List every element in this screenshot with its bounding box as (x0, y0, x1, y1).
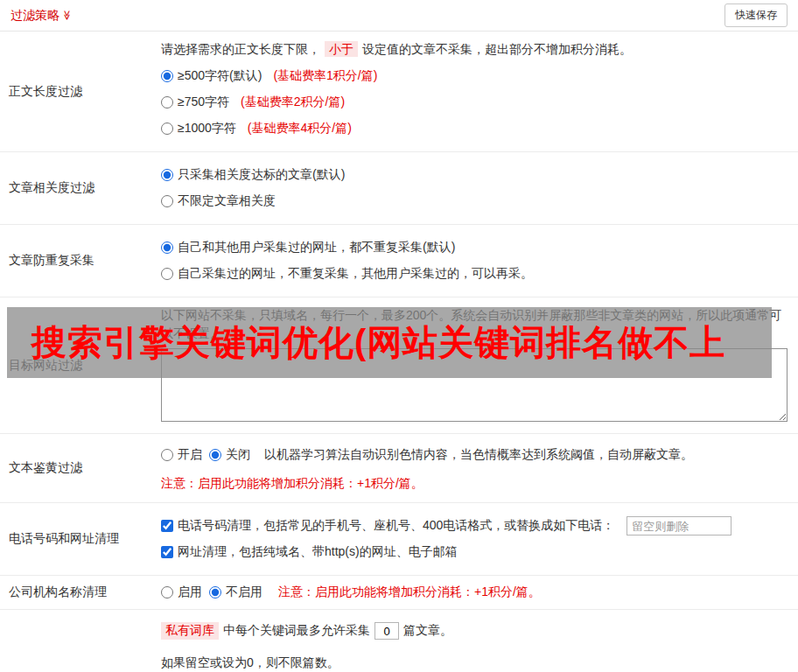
intro-highlight-less-than: 小于 (325, 41, 358, 57)
keyword-note-zero: 如果留空或设为0，则不限篇数。 (161, 651, 788, 672)
radio-relevance-only[interactable] (161, 169, 173, 181)
option-url-clean[interactable]: 网址清理，包括纯域名、带http(s)的网址、电子邮箱 (161, 544, 458, 560)
option-500-chars[interactable]: ≥500字符(默认) (161, 68, 262, 84)
option-1000-chars[interactable]: ≥1000字符 (161, 121, 236, 136)
radio-dedup-global[interactable] (161, 242, 173, 254)
radio-porn-off[interactable] (209, 449, 221, 461)
option-label: ≥500字符(默认) (178, 68, 262, 84)
private-lexicon-highlight: 私有词库 (161, 622, 219, 640)
row-porn-filter: 文本鉴黄过滤 开启 关闭 以机器学习算法自动识别色情内容，当色情概率达到系统阈值… (0, 434, 798, 503)
checkbox-phone-clean[interactable] (161, 520, 173, 532)
page-title[interactable]: 过滤策略 ≫ (10, 8, 73, 24)
option-phone-clean[interactable]: 电话号码清理，包括常见的手机号、座机号、400电话格式，或替换成如下电话： (161, 518, 614, 534)
option-label: 不启用 (226, 584, 262, 600)
option-porn-on[interactable]: 开启 (161, 447, 202, 463)
row-company-clean: 公司机构名称清理 启用 不启用 注意：启用此功能将增加积分消耗：+1积分/篇。 (0, 576, 798, 610)
option-label: 只采集相关度达标的文章(默认) (178, 167, 345, 183)
topbar: 过滤策略 ≫ 快速保存 (0, 0, 798, 32)
body-length-intro: 请选择需求的正文长度下限，小于设定值的文章不采集，超出部分不增加积分消耗。 (161, 40, 788, 59)
row-body-length-filter: 正文长度过滤 请选择需求的正文长度下限，小于设定值的文章不采集，超出部分不增加积… (0, 32, 798, 152)
porn-filter-description: 以机器学习算法自动识别色情内容，当色情概率达到系统阈值，自动屏蔽文章。 (264, 447, 693, 463)
option-label: 电话号码清理，包括常见的手机号、座机号、400电话格式，或替换成如下电话： (178, 518, 614, 534)
option-porn-off[interactable]: 关闭 (209, 447, 250, 463)
porn-filter-warning: 注意：启用此功能将增加积分消耗：+1积分/篇。 (161, 474, 788, 494)
radio-1000-chars[interactable] (161, 122, 173, 135)
row-label-keyword-dedup: 关键词防重复采集 (0, 610, 150, 672)
option-relevance-only[interactable]: 只采集相关度达标的文章(默认) (161, 167, 345, 183)
option-label: 自己采集过的网址，不重复采集，其他用户采集过的，可以再采。 (178, 266, 533, 282)
keyword-limit-suffix: 篇文章。 (403, 623, 452, 639)
keyword-limit-text: 中每个关键词最多允许采集 (223, 623, 370, 639)
row-label-company-clean: 公司机构名称清理 (0, 576, 150, 609)
option-label: 不限定文章相关度 (178, 193, 276, 209)
option-relevance-any[interactable]: 不限定文章相关度 (161, 193, 276, 209)
fee-note: (基础费率2积分/篇) (241, 94, 345, 110)
intro-text-pre: 请选择需求的正文长度下限， (161, 42, 320, 56)
option-750-chars[interactable]: ≥750字符 (161, 94, 229, 110)
checkbox-url-clean[interactable] (161, 546, 173, 558)
radio-750-chars[interactable] (161, 96, 173, 108)
row-label-relevance: 文章相关度过滤 (0, 152, 150, 224)
option-label: 自己和其他用户采集过的网址，都不重复采集(默认) (178, 240, 455, 256)
option-dedup-global[interactable]: 自己和其他用户采集过的网址，都不重复采集(默认) (161, 240, 455, 256)
row-label-phone-url: 电话号码和网址清理 (0, 503, 150, 575)
radio-porn-on[interactable] (161, 449, 173, 461)
blacklist-textarea[interactable] (161, 348, 788, 422)
option-label: 网址清理，包括纯域名、带http(s)的网址、电子邮箱 (178, 544, 458, 560)
row-dedup-collection: 文章防重复采集 自己和其他用户采集过的网址，都不重复采集(默认) 自己采集过的网… (0, 225, 798, 298)
row-phone-url-clean: 电话号码和网址清理 电话号码清理，包括常见的手机号、座机号、400电话格式，或替… (0, 503, 798, 576)
option-company-on[interactable]: 启用 (161, 584, 202, 600)
page-title-text: 过滤策略 (10, 8, 60, 24)
option-company-off[interactable]: 不启用 (209, 584, 262, 600)
option-dedup-self[interactable]: 自己采集过的网址，不重复采集，其他用户采集过的，可以再采。 (161, 266, 533, 282)
option-label: 关闭 (226, 447, 250, 463)
row-site-blacklist: 目标网站过滤 以下网站不采集，只填域名，每行一个，最多200个。系统会自动识别并… (0, 298, 798, 434)
row-label-body-length: 正文长度过滤 (0, 32, 150, 151)
option-label: ≥750字符 (178, 94, 229, 110)
radio-relevance-any[interactable] (161, 195, 173, 207)
option-label: ≥1000字符 (178, 121, 236, 136)
keyword-limit-input[interactable] (374, 622, 399, 640)
option-label: 启用 (178, 584, 202, 600)
phone-replacement-input[interactable] (626, 516, 732, 536)
fee-note: (基础费率4积分/篇) (248, 121, 352, 136)
row-label-site-blacklist: 目标网站过滤 (0, 298, 150, 433)
intro-text-post: 设定值的文章不采集，超出部分不增加积分消耗。 (362, 42, 632, 56)
option-label: 开启 (178, 447, 202, 463)
chevron-down-icon: ≫ (62, 10, 72, 21)
row-keyword-dedup: 关键词防重复采集 私有词库 中每个关键词最多允许采集 篇文章。 如果留空或设为0… (0, 610, 798, 672)
row-label-dedup: 文章防重复采集 (0, 225, 150, 297)
company-clean-warning: 注意：启用此功能将增加积分消耗：+1积分/篇。 (278, 584, 541, 600)
blacklist-intro: 以下网站不采集，只填域名，每行一个，最多200个。系统会自动识别并屏蔽那些非文章… (161, 306, 788, 343)
row-relevance-filter: 文章相关度过滤 只采集相关度达标的文章(默认) 不限定文章相关度 (0, 152, 798, 225)
radio-company-off[interactable] (209, 586, 221, 598)
quick-save-button[interactable]: 快速保存 (724, 4, 788, 27)
radio-500-chars[interactable] (161, 70, 173, 82)
radio-dedup-self[interactable] (161, 268, 173, 280)
row-label-porn-filter: 文本鉴黄过滤 (0, 434, 150, 502)
fee-note: (基础费率1积分/篇) (273, 68, 377, 84)
radio-company-on[interactable] (161, 586, 173, 598)
